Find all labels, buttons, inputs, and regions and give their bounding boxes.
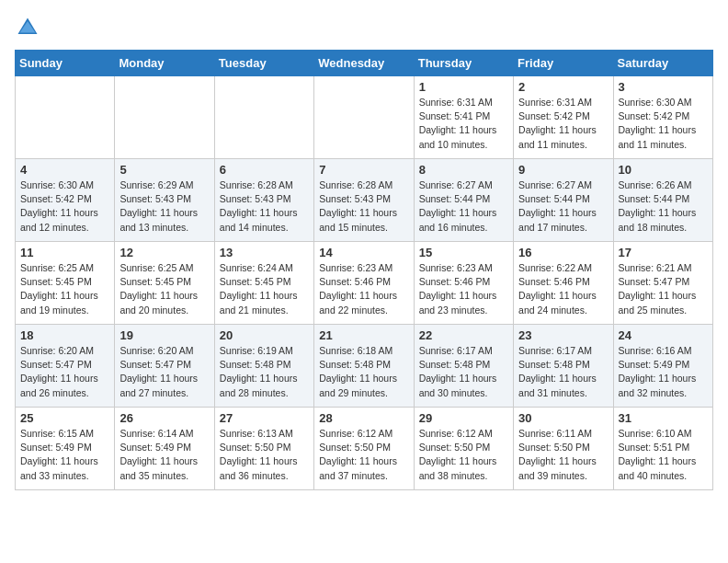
- day-number: 18: [20, 328, 109, 342]
- day-number: 14: [319, 246, 408, 259]
- day-info: Sunrise: 6:22 AM Sunset: 5:46 PM Dayligh…: [518, 261, 608, 317]
- calendar-cell: 27Sunrise: 6:13 AM Sunset: 5:50 PM Dayli…: [214, 408, 313, 490]
- day-info: Sunrise: 6:21 AM Sunset: 5:47 PM Dayligh…: [619, 261, 708, 317]
- day-info: Sunrise: 6:23 AM Sunset: 5:46 PM Dayligh…: [419, 261, 508, 317]
- day-number: 27: [220, 411, 309, 425]
- day-number: 25: [20, 411, 109, 425]
- calendar-header-row: SundayMondayTuesdayWednesdayThursdayFrid…: [16, 51, 713, 76]
- day-header-friday: Friday: [514, 51, 613, 76]
- calendar-cell: 21Sunrise: 6:18 AM Sunset: 5:48 PM Dayli…: [314, 325, 414, 408]
- day-number: 21: [319, 328, 408, 342]
- day-number: 23: [518, 328, 608, 342]
- day-info: Sunrise: 6:26 AM Sunset: 5:44 PM Dayligh…: [619, 178, 708, 235]
- calendar-cell: 9Sunrise: 6:27 AM Sunset: 5:44 PM Daylig…: [514, 159, 613, 242]
- calendar-cell: 28Sunrise: 6:12 AM Sunset: 5:50 PM Dayli…: [314, 408, 414, 490]
- calendar-cell: 24Sunrise: 6:16 AM Sunset: 5:49 PM Dayli…: [613, 325, 712, 408]
- day-info: Sunrise: 6:30 AM Sunset: 5:42 PM Dayligh…: [20, 178, 109, 235]
- calendar-cell: 3Sunrise: 6:30 AM Sunset: 5:42 PM Daylig…: [613, 76, 712, 159]
- day-info: Sunrise: 6:31 AM Sunset: 5:42 PM Dayligh…: [518, 96, 608, 152]
- page-header: [15, 15, 713, 40]
- calendar-cell: 22Sunrise: 6:17 AM Sunset: 5:48 PM Dayli…: [414, 325, 513, 408]
- day-header-monday: Monday: [115, 51, 214, 76]
- day-number: 9: [518, 163, 608, 177]
- day-info: Sunrise: 6:15 AM Sunset: 5:49 PM Dayligh…: [20, 427, 109, 483]
- day-header-tuesday: Tuesday: [214, 51, 313, 76]
- calendar-cell: 17Sunrise: 6:21 AM Sunset: 5:47 PM Dayli…: [613, 242, 712, 325]
- calendar-cell: 7Sunrise: 6:28 AM Sunset: 5:43 PM Daylig…: [314, 159, 414, 242]
- day-number: 19: [119, 328, 209, 342]
- day-info: Sunrise: 6:14 AM Sunset: 5:49 PM Dayligh…: [119, 427, 209, 483]
- day-number: 31: [619, 411, 708, 425]
- calendar-cell: 12Sunrise: 6:25 AM Sunset: 5:45 PM Dayli…: [115, 242, 214, 325]
- calendar-cell: 25Sunrise: 6:15 AM Sunset: 5:49 PM Dayli…: [16, 408, 115, 490]
- logo: [15, 15, 44, 40]
- day-number: 30: [518, 411, 608, 425]
- day-info: Sunrise: 6:31 AM Sunset: 5:41 PM Dayligh…: [419, 96, 508, 152]
- day-info: Sunrise: 6:30 AM Sunset: 5:42 PM Dayligh…: [619, 96, 708, 152]
- calendar-cell: [115, 76, 214, 159]
- day-header-saturday: Saturday: [613, 51, 712, 76]
- calendar-cell: 11Sunrise: 6:25 AM Sunset: 5:45 PM Dayli…: [16, 242, 115, 325]
- calendar-cell: 10Sunrise: 6:26 AM Sunset: 5:44 PM Dayli…: [613, 159, 712, 242]
- calendar-cell: 1Sunrise: 6:31 AM Sunset: 5:41 PM Daylig…: [414, 76, 513, 159]
- day-header-sunday: Sunday: [16, 51, 115, 76]
- calendar-week-1: 1Sunrise: 6:31 AM Sunset: 5:41 PM Daylig…: [16, 76, 713, 159]
- day-info: Sunrise: 6:27 AM Sunset: 5:44 PM Dayligh…: [419, 178, 508, 235]
- day-info: Sunrise: 6:23 AM Sunset: 5:46 PM Dayligh…: [319, 261, 408, 317]
- calendar-cell: 6Sunrise: 6:28 AM Sunset: 5:43 PM Daylig…: [214, 159, 313, 242]
- calendar-cell: 13Sunrise: 6:24 AM Sunset: 5:45 PM Dayli…: [214, 242, 313, 325]
- day-number: 1: [419, 80, 508, 94]
- day-info: Sunrise: 6:10 AM Sunset: 5:51 PM Dayligh…: [619, 427, 708, 483]
- day-info: Sunrise: 6:20 AM Sunset: 5:47 PM Dayligh…: [20, 344, 109, 400]
- calendar-cell: 30Sunrise: 6:11 AM Sunset: 5:50 PM Dayli…: [514, 408, 613, 490]
- day-number: 16: [518, 246, 608, 259]
- day-info: Sunrise: 6:25 AM Sunset: 5:45 PM Dayligh…: [119, 261, 209, 317]
- day-info: Sunrise: 6:28 AM Sunset: 5:43 PM Dayligh…: [220, 178, 309, 235]
- day-header-thursday: Thursday: [414, 51, 513, 76]
- calendar-cell: 18Sunrise: 6:20 AM Sunset: 5:47 PM Dayli…: [16, 325, 115, 408]
- calendar-week-2: 4Sunrise: 6:30 AM Sunset: 5:42 PM Daylig…: [16, 159, 713, 242]
- day-number: 12: [119, 246, 209, 259]
- calendar-cell: 14Sunrise: 6:23 AM Sunset: 5:46 PM Dayli…: [314, 242, 414, 325]
- day-info: Sunrise: 6:13 AM Sunset: 5:50 PM Dayligh…: [220, 427, 309, 483]
- day-number: 10: [619, 163, 708, 177]
- day-info: Sunrise: 6:17 AM Sunset: 5:48 PM Dayligh…: [419, 344, 508, 400]
- calendar-cell: 16Sunrise: 6:22 AM Sunset: 5:46 PM Dayli…: [514, 242, 613, 325]
- day-info: Sunrise: 6:16 AM Sunset: 5:49 PM Dayligh…: [619, 344, 708, 400]
- calendar-cell: 5Sunrise: 6:29 AM Sunset: 5:43 PM Daylig…: [115, 159, 214, 242]
- calendar-cell: 19Sunrise: 6:20 AM Sunset: 5:47 PM Dayli…: [115, 325, 214, 408]
- day-number: 8: [419, 163, 508, 177]
- day-info: Sunrise: 6:25 AM Sunset: 5:45 PM Dayligh…: [20, 261, 109, 317]
- calendar-cell: 20Sunrise: 6:19 AM Sunset: 5:48 PM Dayli…: [214, 325, 313, 408]
- calendar-cell: [16, 76, 115, 159]
- calendar-cell: 4Sunrise: 6:30 AM Sunset: 5:42 PM Daylig…: [16, 159, 115, 242]
- calendar-cell: 8Sunrise: 6:27 AM Sunset: 5:44 PM Daylig…: [414, 159, 513, 242]
- day-number: 2: [518, 80, 608, 94]
- day-info: Sunrise: 6:12 AM Sunset: 5:50 PM Dayligh…: [319, 427, 408, 483]
- day-number: 22: [419, 328, 508, 342]
- calendar-cell: 23Sunrise: 6:17 AM Sunset: 5:48 PM Dayli…: [514, 325, 613, 408]
- day-number: 15: [419, 246, 508, 259]
- day-number: 26: [119, 411, 209, 425]
- day-info: Sunrise: 6:24 AM Sunset: 5:45 PM Dayligh…: [220, 261, 309, 317]
- day-number: 13: [220, 246, 309, 259]
- day-number: 5: [119, 163, 209, 177]
- calendar-cell: 29Sunrise: 6:12 AM Sunset: 5:50 PM Dayli…: [414, 408, 513, 490]
- day-number: 3: [619, 80, 708, 94]
- calendar-body: 1Sunrise: 6:31 AM Sunset: 5:41 PM Daylig…: [16, 76, 713, 490]
- day-info: Sunrise: 6:28 AM Sunset: 5:43 PM Dayligh…: [319, 178, 408, 235]
- day-info: Sunrise: 6:27 AM Sunset: 5:44 PM Dayligh…: [518, 178, 608, 235]
- day-number: 28: [319, 411, 408, 425]
- day-info: Sunrise: 6:18 AM Sunset: 5:48 PM Dayligh…: [319, 344, 408, 400]
- calendar-week-4: 18Sunrise: 6:20 AM Sunset: 5:47 PM Dayli…: [16, 325, 713, 408]
- day-number: 4: [20, 163, 109, 177]
- day-info: Sunrise: 6:17 AM Sunset: 5:48 PM Dayligh…: [518, 344, 608, 400]
- day-number: 6: [220, 163, 309, 177]
- day-number: 20: [220, 328, 309, 342]
- day-header-wednesday: Wednesday: [314, 51, 414, 76]
- calendar-table: SundayMondayTuesdayWednesdayThursdayFrid…: [15, 50, 713, 490]
- day-number: 29: [419, 411, 508, 425]
- calendar-cell: 26Sunrise: 6:14 AM Sunset: 5:49 PM Dayli…: [115, 408, 214, 490]
- calendar-week-3: 11Sunrise: 6:25 AM Sunset: 5:45 PM Dayli…: [16, 242, 713, 325]
- day-number: 7: [319, 163, 408, 177]
